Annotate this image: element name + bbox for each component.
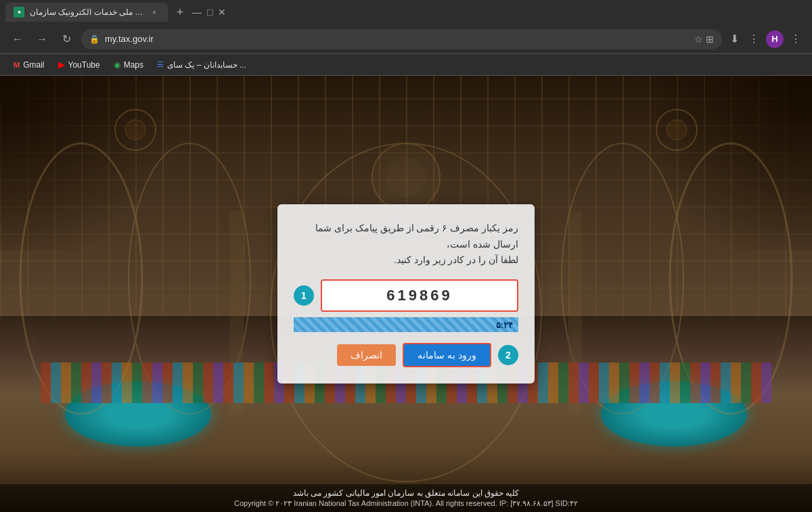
otp-input[interactable] <box>322 281 517 310</box>
maps-icon: ◉ <box>114 60 120 70</box>
hesabdanan-label: حسابدانان – یک سای ... <box>167 60 246 70</box>
settings-icon[interactable]: ⋮ <box>746 30 762 48</box>
timer-bar: ۵:۲۴ <box>294 317 518 332</box>
otp-message: رمز یکبار مصرف ۶ رقمی از طریق پیامک برای… <box>294 220 518 269</box>
address-bar: ← → ↻ 🔒 my.tax.gov.ir ☆ ⊞ ⬇ ⋮ H ⋮ <box>0 24 812 54</box>
tab-close-button[interactable]: × <box>149 7 160 18</box>
tab-favicon: ✦ <box>14 7 24 18</box>
lock-icon: 🔒 <box>89 34 99 44</box>
browser-tab[interactable]: ✦ درگاه ملی خدمات الکترونیک سازمان × <box>5 3 168 22</box>
page-content: رمز یکبار مصرف ۶ رقمی از طریق پیامک برای… <box>0 76 812 512</box>
gmail-icon: M <box>14 61 20 69</box>
otp-input-wrapper <box>321 279 518 312</box>
new-tab-button[interactable]: + <box>171 3 189 22</box>
footer-line2: Copyright © ۲۰۲۳ Iranian National Tax Ad… <box>0 499 812 508</box>
browser-frame: ✦ درگاه ملی خدمات الکترونیک سازمان × + —… <box>0 0 812 512</box>
step2-badge: 2 <box>498 345 518 365</box>
bookmark-youtube[interactable]: ▶ YouTube <box>53 57 106 72</box>
minimize-button[interactable]: — <box>192 7 202 18</box>
more-icon[interactable]: ⋮ <box>788 30 804 48</box>
cancel-button[interactable]: انصراف <box>337 344 396 366</box>
window-controls: — □ ✕ <box>192 7 226 18</box>
title-bar: ✦ درگاه ملی خدمات الکترونیک سازمان × + —… <box>0 0 812 24</box>
hesabdanan-icon: ☰ <box>157 60 164 69</box>
toolbar-icons: ⬇ ⋮ H ⋮ <box>727 30 804 48</box>
page-footer: کلیه حقوق این سامانه متعلق به سازمان امو… <box>0 484 812 512</box>
profile-button[interactable]: H <box>766 30 784 48</box>
enter-button[interactable]: ورود به سامانه <box>403 343 491 367</box>
maps-label: Maps <box>124 60 143 70</box>
button-row: 2 ورود به سامانه انصراف <box>294 343 518 367</box>
bookmark-maps[interactable]: ◉ Maps <box>108 57 149 72</box>
otp-modal: رمز یکبار مصرف ۶ رقمی از طریق پیامک برای… <box>277 204 535 383</box>
youtube-label: YouTube <box>68 60 100 70</box>
url-bar[interactable]: 🔒 my.tax.gov.ir ☆ ⊞ <box>81 29 722 49</box>
modal-overlay: رمز یکبار مصرف ۶ رقمی از طریق پیامک برای… <box>0 76 812 512</box>
close-window-button[interactable]: ✕ <box>218 7 226 18</box>
forward-button[interactable]: → <box>32 30 51 49</box>
bookmark-gmail[interactable]: M Gmail <box>8 57 50 72</box>
extensions-icon[interactable]: ⊞ <box>706 34 714 45</box>
gmail-label: Gmail <box>23 60 44 70</box>
downloads-icon[interactable]: ⬇ <box>727 30 742 48</box>
timer-text: ۵:۲۴ <box>496 320 513 330</box>
bookmark-star-icon[interactable]: ☆ <box>694 34 703 45</box>
step1-badge: 1 <box>294 285 314 306</box>
bookmark-hesabdanan[interactable]: ☰ حسابدانان – یک سای ... <box>152 57 252 72</box>
otp-row: 1 <box>294 279 518 312</box>
maximize-button[interactable]: □ <box>207 7 212 18</box>
bookmarks-bar: M Gmail ▶ YouTube ◉ Maps ☰ حسابدانان – ی… <box>0 54 812 76</box>
url-actions: ☆ ⊞ <box>694 34 714 45</box>
youtube-icon: ▶ <box>58 60 65 70</box>
tab-title: درگاه ملی خدمات الکترونیک سازمان <box>30 7 143 17</box>
back-button[interactable]: ← <box>8 30 27 49</box>
footer-line1: کلیه حقوق این سامانه متعلق به سازمان امو… <box>0 488 812 498</box>
url-text: my.tax.gov.ir <box>105 34 689 44</box>
refresh-button[interactable]: ↻ <box>57 30 76 49</box>
